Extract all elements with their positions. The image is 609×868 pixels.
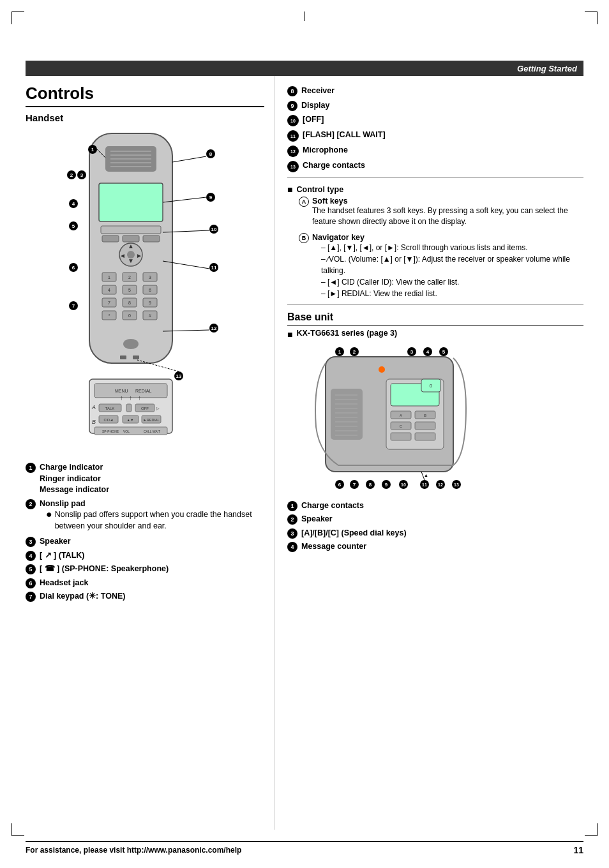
circle-B: B [299, 233, 309, 243]
top-center-mark [304, 11, 305, 21]
svg-rect-7 [99, 183, 163, 221]
svg-text:B: B [424, 414, 426, 417]
svg-rect-125 [415, 433, 435, 440]
svg-point-17 [127, 251, 135, 258]
svg-rect-9 [102, 236, 119, 242]
base-unit-diagram: A B C 0 [287, 344, 583, 497]
right-item-11: 11 [FLASH] [CALL WAIT] [287, 130, 583, 142]
soft-keys-section: A Soft keys The handset features 3 soft … [299, 196, 583, 230]
num-6: 6 [26, 578, 36, 588]
svg-rect-43 [120, 355, 126, 359]
svg-text:▲: ▲ [424, 473, 428, 477]
corner-mark-tr [585, 11, 598, 24]
main-content: Controls Handset [26, 76, 583, 830]
base-unit-items: 1 Charge contacts 2 Speaker 3 [A]/[B]/[C… [287, 500, 583, 553]
right-item-8: 8 Receiver [287, 86, 583, 97]
svg-text:►REDIAL: ►REDIAL [143, 418, 159, 422]
handset-item-5: 5 [ ☎ ] (SP-PHONE: Speakerphone) [26, 564, 264, 575]
navigator-title: Navigator key [312, 233, 365, 242]
handset-item-1: 1 Charge indicator Ringer indicator Mess… [26, 462, 264, 496]
num-1: 1 [26, 463, 36, 473]
nav-item-3: – [◄] CID (Caller ID): View the caller l… [321, 276, 583, 288]
soft-keys-title: Soft keys [312, 197, 348, 206]
base-item-2: 2 Speaker [287, 514, 583, 525]
handset-item-3: 3 Speaker [26, 536, 264, 548]
nav-item-4: – [►] REDIAL: View the redial list. [321, 288, 583, 299]
svg-rect-104 [331, 389, 363, 440]
handset-item-2-text: Nonslip pad ● Nonslip pad offers support… [40, 498, 264, 534]
svg-text:9: 9 [149, 301, 151, 305]
handset-item-2: 2 Nonslip pad ● Nonslip pad offers suppo… [26, 498, 264, 534]
svg-rect-10 [123, 236, 139, 242]
footer: For assistance, please visit http://www.… [26, 841, 583, 855]
navigator-section: B Navigator key – [▲], [▼], [◄], or [►]:… [299, 232, 583, 299]
svg-text:0: 0 [430, 383, 433, 389]
svg-rect-11 [143, 236, 160, 242]
right-separator-2 [287, 304, 583, 305]
svg-text:10: 10 [211, 227, 217, 232]
right-column: 8 Receiver 9 Display 10 [OFF] 11 [FLASH]… [274, 76, 583, 830]
num-2: 2 [26, 499, 36, 509]
svg-text:TALK: TALK [105, 407, 115, 410]
svg-text:VOL: VOL [123, 430, 130, 433]
svg-rect-123 [415, 422, 435, 430]
svg-text:4: 4 [426, 349, 430, 355]
svg-text:▲▼: ▲▼ [127, 418, 134, 422]
svg-text:13: 13 [176, 373, 182, 379]
base-item-4: 4 Message counter [287, 541, 583, 553]
num-9: 9 [287, 101, 297, 111]
control-type-title: Control type [296, 185, 343, 194]
handset-item-7: 7 Dial keypad (✳: TONE) [26, 591, 264, 602]
svg-text:6: 6 [338, 482, 342, 488]
svg-text:6: 6 [149, 288, 151, 292]
base-item-3: 3 [A]/[B]/[C] (Speed dial keys) [287, 528, 583, 539]
corner-mark-br [585, 823, 598, 836]
svg-text:↑: ↑ [129, 394, 132, 401]
footer-text: For assistance, please visit http://www.… [26, 846, 241, 855]
svg-text:11: 11 [422, 483, 427, 487]
svg-text:3: 3 [80, 172, 84, 178]
header-title: Getting Started [517, 64, 577, 73]
svg-text:11: 11 [211, 265, 217, 271]
svg-text:SP-PHONE: SP-PHONE [102, 430, 119, 433]
svg-text:CALL WAIT: CALL WAIT [144, 430, 160, 433]
svg-rect-124 [391, 433, 411, 440]
svg-text:REDIAL: REDIAL [135, 389, 151, 393]
svg-text:8: 8 [209, 151, 213, 157]
svg-text:3: 3 [410, 349, 414, 355]
right-separator-1 [287, 177, 583, 178]
svg-text:↑: ↑ [138, 394, 141, 401]
handset-item-2-sub: ● Nonslip pad offers support when you cr… [46, 509, 264, 532]
svg-line-50 [172, 156, 206, 162]
svg-text:2: 2 [70, 172, 73, 178]
svg-text:1: 1 [91, 147, 94, 153]
svg-text:0: 0 [128, 313, 131, 318]
svg-text:◄: ◄ [119, 252, 126, 259]
svg-text:A: A [400, 414, 402, 417]
svg-text:1: 1 [338, 349, 342, 355]
num-11: 11 [287, 130, 299, 142]
handset-title: Handset [26, 112, 264, 123]
num-7: 7 [26, 592, 36, 602]
num-5: 5 [26, 564, 36, 574]
footer-page: 11 [573, 845, 583, 855]
svg-text:2: 2 [128, 275, 131, 280]
right-item-12: 12 Microphone [287, 145, 583, 157]
svg-text:▲: ▲ [128, 243, 134, 250]
svg-text:2: 2 [353, 349, 356, 355]
svg-text:9: 9 [385, 482, 388, 488]
page-title: Controls [26, 84, 264, 107]
left-column: Controls Handset [26, 76, 274, 830]
right-item-9: 9 Display [287, 100, 583, 112]
num-8: 8 [287, 86, 297, 96]
handset-diagram: ▲ ▼ ◄ ► [26, 127, 262, 459]
control-type-section: ■ Control type A Soft keys The handset f… [287, 184, 583, 299]
right-item-13: 13 Charge contacts [287, 160, 583, 172]
svg-text:CID◄: CID◄ [104, 418, 114, 422]
base-series-title: KX-TG6631 series (page 3) [296, 329, 397, 338]
corner-mark-tl [11, 11, 24, 24]
base-unit-title: Base unit [287, 311, 583, 326]
num-4: 4 [26, 551, 36, 561]
svg-text:4: 4 [108, 288, 110, 292]
svg-text:12: 12 [211, 326, 217, 331]
